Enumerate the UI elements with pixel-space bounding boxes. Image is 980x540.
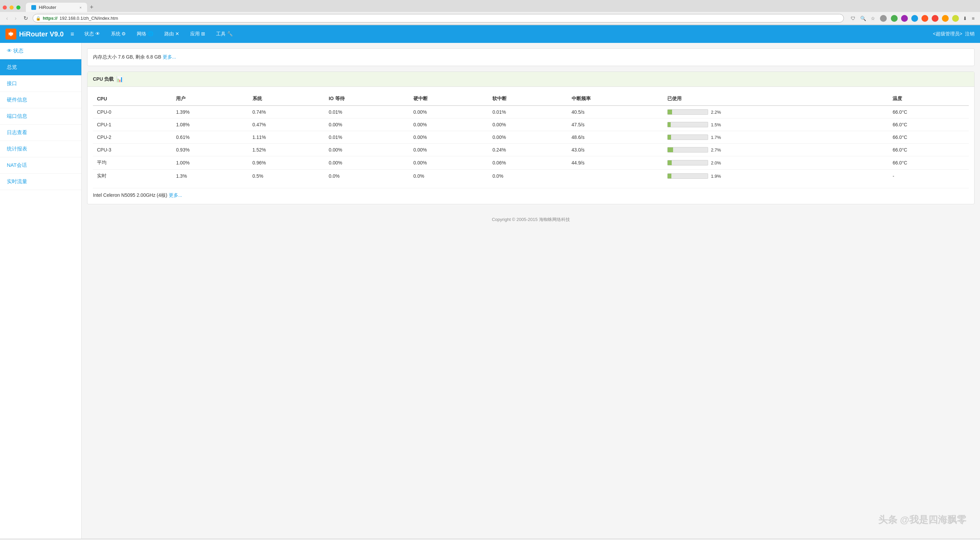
cell-2: 1.52% [248,144,325,156]
reload-button[interactable]: ↻ [21,14,30,22]
nav-app[interactable]: 应用 ⊞ [185,29,210,39]
avatar7 [942,15,949,22]
cpu-section: CPU 负载 📊 CPU 用户 系统 IO 等待 硬中断 软中断 中断频率 [87,72,975,204]
cell-2: 0.47% [248,118,325,131]
download-icon[interactable]: ⬇ [962,15,969,22]
sidebar-item-interface[interactable]: 接口 [0,76,81,92]
tab-title: HiRouter [39,5,56,10]
hamburger-menu[interactable]: ≡ [70,31,74,38]
nav-network[interactable]: 网络 🌐 [132,29,158,39]
cell-used: 2.2% [663,105,888,118]
cpu-table: CPU 用户 系统 IO 等待 硬中断 软中断 中断频率 已使用 温度 CPU-… [93,92,969,183]
minimize-button[interactable] [10,5,14,10]
nav-system[interactable]: 系统 ⚙ [106,29,131,39]
sidebar-item-nat[interactable]: NAT会话 [0,157,81,174]
col-io: IO 等待 [325,92,409,105]
table-row: 实时1.3%0.5%0.0%0.0%0.0%1.9%- [93,170,969,183]
user-area: <超级管理员> 注销 [933,31,975,37]
search-icon[interactable]: 🔍 [859,15,867,22]
cell-used: 2.0% [663,156,888,170]
cell-0: 平均 [93,156,172,170]
logo-text: HiRouter V9.0 [19,30,64,38]
cell-0: CPU-0 [93,105,172,118]
shield-icon[interactable]: 🛡 [850,15,857,22]
copyright: Copyright © 2005-2015 海蜘蛛网络科技 [492,217,570,222]
forward-button[interactable]: › [13,14,18,22]
close-button[interactable] [3,5,7,10]
cell-1: 0.61% [172,131,248,144]
footer: Copyright © 2005-2015 海蜘蛛网络科技 [87,210,975,229]
cell-5: 0.00% [488,131,567,144]
bookmark-icon[interactable]: ☆ [869,15,877,22]
sidebar-item-port[interactable]: 端口信息 [0,108,81,124]
sidebar-item-log[interactable]: 日志查看 [0,124,81,141]
cell-4: 0.0% [409,170,488,183]
col-used: 已使用 [663,92,888,105]
avatar4 [911,15,918,22]
cell-1: 1.00% [172,156,248,170]
col-user: 用户 [172,92,248,105]
cell-3: 0.00% [325,156,409,170]
more-icon[interactable]: ≡ [970,15,976,22]
cell-used: 1.7% [663,131,888,144]
cell-4: 0.00% [409,131,488,144]
cell-2: 0.5% [248,170,325,183]
memory-section: 内存总大小 7.6 GB, 剩余 6.8 GB 更多... [87,48,975,66]
address-https: https:// [43,16,57,21]
cell-temp: 66.0°C [888,105,969,118]
cell-6: 47.5/s [568,118,663,131]
sidebar-item-traffic[interactable]: 实时流量 [0,174,81,190]
nav-route[interactable]: 路由 ✕ [159,29,184,39]
col-hard-irq: 硬中断 [409,92,488,105]
sidebar-item-stats[interactable]: 统计报表 [0,141,81,157]
toolbar-icons: 🛡 🔍 ☆ ⬇ ≡ [850,15,976,22]
cpu-info-row: Intel Celeron N5095 2.00GHz (4核) 更多... [93,188,969,199]
cpu-more-link[interactable]: 更多... [169,193,182,198]
tab-favicon [31,5,36,10]
nav-status[interactable]: 状态 👁 [80,29,105,39]
sidebar-item-hardware[interactable]: 硬件信息 [0,92,81,108]
cell-1: 1.3% [172,170,248,183]
cell-4: 0.00% [409,156,488,170]
app-layout: 👁 状态 总览 接口 硬件信息 端口信息 日志查看 统计报表 NAT会话 实时流… [0,43,980,538]
nav-tools[interactable]: 工具 🔧 [211,29,237,39]
cell-temp: 66.0°C [888,156,969,170]
cell-4: 0.00% [409,118,488,131]
avatar2 [891,15,898,22]
cell-1: 1.39% [172,105,248,118]
cell-3: 0.00% [325,144,409,156]
username: <超级管理员> [933,31,962,37]
status-bar: https://192.168.0.1/zh_CN/index.htm# [0,538,980,540]
tab-bar: HiRouter × + [0,0,980,12]
new-tab-button[interactable]: + [87,4,96,11]
cpu-title: CPU 负载 [93,76,114,83]
cell-1: 1.08% [172,118,248,131]
browser-chrome: HiRouter × + ‹ › ↻ 🔒 https:// 192.168.0.… [0,0,980,25]
col-temp: 温度 [888,92,969,105]
cell-temp: - [888,170,969,183]
cell-used: 1.5% [663,118,888,131]
cpu-chart-icon: 📊 [116,76,123,83]
address-input[interactable]: 🔒 https:// 192.168.0.1/zh_CN/index.htm [33,14,844,22]
address-text: 192.168.0.1/zh_CN/index.htm [60,16,118,21]
maximize-button[interactable] [16,5,21,10]
cell-0: CPU-2 [93,131,172,144]
sidebar: 👁 状态 总览 接口 硬件信息 端口信息 日志查看 统计报表 NAT会话 实时流… [0,43,82,538]
tab-close-button[interactable]: × [80,5,82,10]
sidebar-item-status[interactable]: 👁 状态 [0,43,81,59]
back-button[interactable]: ‹ [4,14,10,22]
logo: 🕷 HiRouter V9.0 [5,29,64,40]
cell-3: 0.00% [325,118,409,131]
cell-0: CPU-1 [93,118,172,131]
sidebar-item-overview[interactable]: 总览 [0,59,81,76]
browser-tab[interactable]: HiRouter × [26,3,87,12]
cell-2: 0.96% [248,156,325,170]
cell-used: 2.7% [663,144,888,156]
cell-6: 43.0/s [568,144,663,156]
memory-more-link[interactable]: 更多... [163,54,176,60]
table-row: CPU-11.08%0.47%0.00%0.00%0.00%47.5/s1.5%… [93,118,969,131]
cell-5: 0.01% [488,105,567,118]
logout-button[interactable]: 注销 [965,31,975,37]
logo-icon: 🕷 [5,29,16,40]
nav-menu: 状态 👁 系统 ⚙ 网络 🌐 路由 ✕ 应用 ⊞ 工具 🔧 [80,29,933,39]
